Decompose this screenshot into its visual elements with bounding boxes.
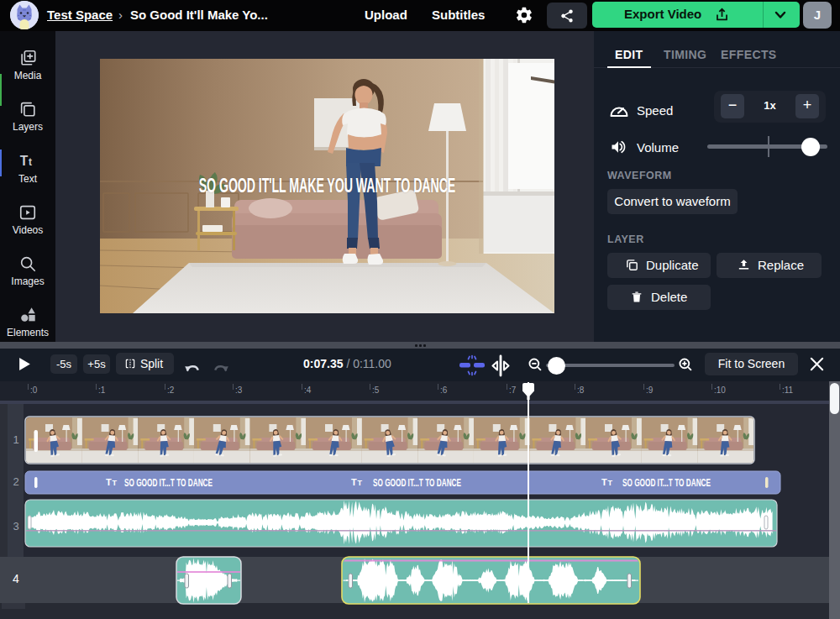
svg-text:SO GOOD IT...T TO DANCE: SO GOOD IT...T TO DANCE (622, 477, 711, 489)
svg-text:T: T (20, 154, 29, 168)
svg-text:SO GOOD IT...T TO DANCE: SO GOOD IT...T TO DANCE (373, 477, 461, 489)
svg-text:T: T (608, 479, 613, 487)
svg-text:T: T (601, 477, 607, 487)
svg-text:T: T (113, 479, 118, 487)
svg-text:T: T (358, 479, 363, 487)
svg-text:t: t (29, 156, 32, 168)
svg-text:T: T (106, 477, 112, 487)
svg-text:T: T (351, 477, 357, 487)
svg-text:SO GOOD IT...T TO DANCE: SO GOOD IT...T TO DANCE (124, 477, 213, 489)
